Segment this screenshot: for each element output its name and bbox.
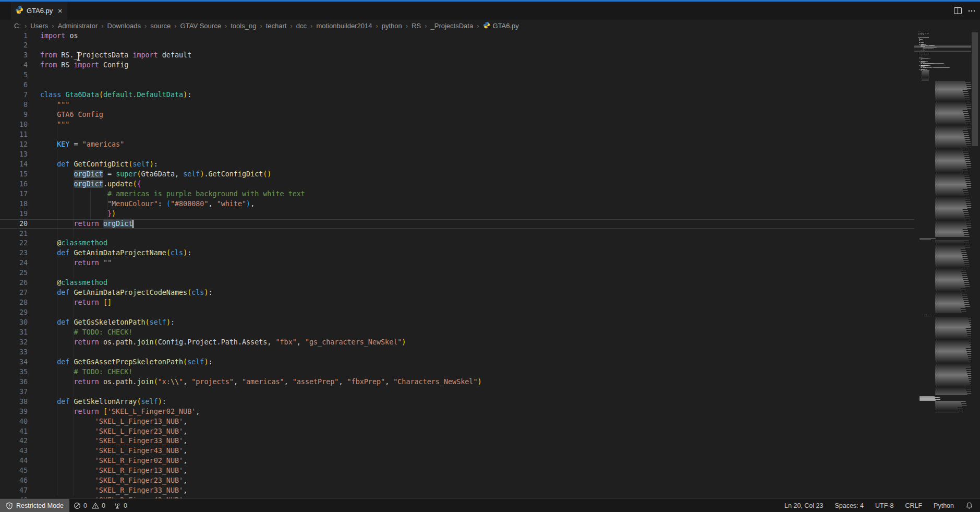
code-line[interactable]: 29 — [0, 308, 914, 318]
code-line[interactable]: 13 — [0, 150, 914, 160]
code-line[interactable]: 37 — [0, 387, 914, 397]
line-number[interactable]: 42 — [0, 436, 28, 446]
line-number[interactable]: 34 — [0, 358, 28, 367]
code-line[interactable]: 10 """ — [0, 120, 914, 130]
code-line[interactable]: 1import os — [0, 31, 914, 41]
code-line[interactable]: 17 # americas is purple background with … — [0, 189, 914, 199]
code-line[interactable]: 30 def GetGsSkeletonPath(self): — [0, 318, 914, 328]
code-line[interactable]: 25 — [0, 268, 914, 278]
code-line[interactable]: 6 — [0, 80, 914, 90]
code-line[interactable]: 3from RS._ProjectsData import default — [0, 51, 914, 61]
eol-setting[interactable]: CRLF — [900, 499, 927, 512]
code-line[interactable]: 38 def GetSkeltonArray(self): — [0, 397, 914, 407]
vertical-scrollbar[interactable] — [971, 31, 978, 498]
code-line[interactable]: 40 'SKEL_L_Finger13_NUB', — [0, 417, 914, 427]
code-line[interactable]: 27 def GetAnimDataProjectCodeNames(cls): — [0, 288, 914, 298]
code-line[interactable]: 19 }) — [0, 209, 914, 219]
line-number[interactable]: 11 — [0, 130, 28, 140]
line-number[interactable]: 15 — [0, 170, 28, 180]
code-line[interactable]: 5 — [0, 70, 914, 80]
line-number[interactable]: 7 — [0, 90, 28, 100]
line-number[interactable]: 3 — [0, 51, 28, 61]
line-number[interactable]: 26 — [0, 278, 28, 288]
code-line[interactable]: 21 — [0, 229, 914, 239]
code-line[interactable]: 23 def GetAnimDataProjectName(cls): — [0, 248, 914, 258]
code-line[interactable]: 45 'SKEL_R_Finger13_NUB', — [0, 466, 914, 476]
line-number[interactable]: 18 — [0, 199, 28, 209]
line-number[interactable]: 12 — [0, 140, 28, 150]
code-line[interactable]: 28 return [] — [0, 298, 914, 308]
code-line[interactable]: 36 return os.path.join("x:\\", "projects… — [0, 377, 914, 387]
code-line[interactable]: 11 — [0, 130, 914, 140]
line-number[interactable]: 9 — [0, 110, 28, 120]
line-number[interactable]: 39 — [0, 407, 28, 417]
line-number[interactable]: 13 — [0, 150, 28, 160]
code-line[interactable]: 46 'SKEL_R_Finger23_NUB', — [0, 476, 914, 486]
restricted-mode-badge[interactable]: Restricted Mode — [0, 499, 69, 512]
code-line[interactable]: 22 @classmethod — [0, 239, 914, 248]
code-line[interactable]: 24 return "" — [0, 258, 914, 268]
code-line[interactable]: 4from RS import Config — [0, 61, 914, 70]
editor-pane[interactable]: 1import os23from RS._ProjectsData import… — [0, 0, 980, 498]
code-line[interactable]: 16 orgDict.update({ — [0, 180, 914, 189]
code-line[interactable]: 8 """ — [0, 100, 914, 110]
code-line[interactable]: 26 @classmethod — [0, 278, 914, 288]
line-number[interactable]: 31 — [0, 328, 28, 338]
line-number[interactable]: 5 — [0, 70, 28, 80]
line-number[interactable]: 33 — [0, 348, 28, 358]
line-number[interactable]: 23 — [0, 248, 28, 258]
line-number[interactable]: 21 — [0, 229, 28, 239]
line-number[interactable]: 29 — [0, 308, 28, 318]
line-number[interactable]: 32 — [0, 338, 28, 348]
line-number[interactable]: 35 — [0, 367, 28, 377]
line-number[interactable]: 6 — [0, 80, 28, 90]
line-number[interactable]: 19 — [0, 209, 28, 219]
line-number[interactable]: 44 — [0, 456, 28, 466]
line-number[interactable]: 20 — [0, 219, 28, 229]
code-line[interactable]: 41 'SKEL_L_Finger23_NUB', — [0, 427, 914, 437]
line-number[interactable]: 28 — [0, 298, 28, 308]
indentation-setting[interactable]: Spaces: 4 — [830, 499, 868, 512]
code-line[interactable]: 39 return ['SKEL_L_Finger02_NUB', — [0, 407, 914, 417]
code-line[interactable]: 44 'SKEL_R_Finger02_NUB', — [0, 456, 914, 466]
line-number[interactable]: 37 — [0, 387, 28, 397]
code-line[interactable]: 47 'SKEL_R_Finger33_NUB', — [0, 486, 914, 496]
line-number[interactable]: 16 — [0, 180, 28, 189]
code-line[interactable]: 34 def GetGsAssetPrepSkeletonPath(self): — [0, 358, 914, 367]
line-number[interactable]: 47 — [0, 486, 28, 496]
line-number[interactable]: 43 — [0, 446, 28, 456]
code-line[interactable]: 33 — [0, 348, 914, 358]
cursor-position[interactable]: Ln 20, Col 23 — [780, 499, 828, 512]
line-number[interactable]: 2 — [0, 41, 28, 51]
line-number[interactable]: 30 — [0, 318, 28, 328]
line-number[interactable]: 45 — [0, 466, 28, 476]
code-line[interactable]: 9 GTA6 Config — [0, 110, 914, 120]
line-number[interactable]: 14 — [0, 160, 28, 170]
line-number[interactable]: 40 — [0, 417, 28, 427]
problems-indicator[interactable]: 0 0 — [69, 499, 110, 512]
scrollbar-thumb[interactable] — [972, 32, 978, 146]
notifications-bell[interactable] — [961, 499, 980, 512]
line-number[interactable]: 8 — [0, 100, 28, 110]
code-line[interactable]: 12 KEY = "americas" — [0, 140, 914, 150]
code-line[interactable]: 15 orgDict = super(Gta6Data, self).GetCo… — [0, 170, 914, 180]
language-mode[interactable]: Python — [929, 499, 959, 512]
code-line[interactable]: 20 return orgDict — [0, 219, 914, 229]
line-number[interactable]: 46 — [0, 476, 28, 486]
line-number[interactable]: 27 — [0, 288, 28, 298]
line-number[interactable]: 10 — [0, 120, 28, 130]
code-line[interactable]: 35 # TODO: CHECK! — [0, 367, 914, 377]
code-line[interactable]: 32 return os.path.join(Config.Project.Pa… — [0, 338, 914, 348]
line-number[interactable]: 17 — [0, 189, 28, 199]
line-number[interactable]: 1 — [0, 31, 28, 41]
line-number[interactable]: 22 — [0, 239, 28, 248]
line-number[interactable]: 38 — [0, 397, 28, 407]
line-number[interactable]: 24 — [0, 258, 28, 268]
line-number[interactable]: 4 — [0, 61, 28, 70]
code-line[interactable]: 31 # TODO: CHECK! — [0, 328, 914, 338]
code-line[interactable]: 43 'SKEL_L_Finger43_NUB', — [0, 446, 914, 456]
line-number[interactable]: 36 — [0, 377, 28, 387]
encoding-setting[interactable]: UTF-8 — [870, 499, 898, 512]
line-number[interactable]: 25 — [0, 268, 28, 278]
code-line[interactable]: 18 "MenuColour": ("#800080", "white"), — [0, 199, 914, 209]
